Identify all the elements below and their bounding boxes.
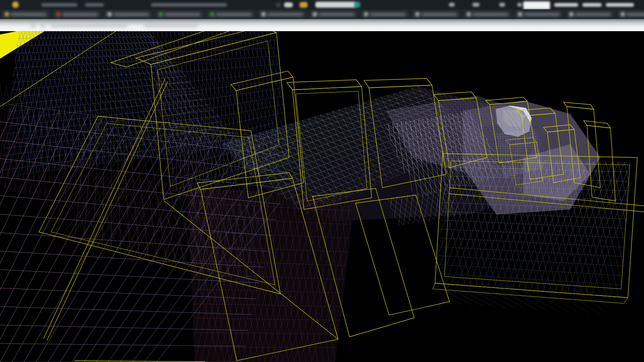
- tab-favicon-icon: [262, 12, 265, 16]
- tab-title-blob: [627, 13, 644, 16]
- app-logo-icon[interactable]: [12, 1, 19, 8]
- status-icon[interactable]: [517, 3, 522, 7]
- tab-favicon-blob: [40, 24, 45, 28]
- status-icon[interactable]: [499, 3, 505, 7]
- tab-title-blob: [268, 13, 303, 16]
- status-icon[interactable]: [284, 2, 293, 7]
- browser-tab[interactable]: [156, 11, 203, 18]
- browser-tab[interactable]: [516, 11, 562, 18]
- tab-favicon-icon: [5, 12, 9, 16]
- browser-tab-strip: [0, 9, 644, 19]
- status-icon[interactable]: [449, 3, 455, 7]
- browser-tab[interactable]: [362, 11, 408, 18]
- scene-canvas[interactable]: [0, 31, 644, 362]
- tab-favicon-icon: [108, 12, 111, 16]
- menu-pill[interactable]: [315, 2, 360, 8]
- wireframe-mesh-mesh-right-tail: [414, 281, 644, 321]
- browser-tab[interactable]: [464, 11, 511, 18]
- browser-tab[interactable]: [208, 11, 254, 18]
- tab-favicon-icon: [313, 12, 317, 16]
- browser-tab[interactable]: [310, 11, 357, 18]
- browser-tab[interactable]: [259, 11, 306, 18]
- tab-favicon-icon: [467, 12, 471, 16]
- tab-strip-items: [0, 9, 644, 19]
- tab-title-blob: [319, 13, 354, 16]
- tab-favicon-icon: [518, 12, 522, 16]
- tab-title-blob: [11, 13, 46, 16]
- toolbar-content: [0, 19, 644, 31]
- menu-white-box[interactable]: [523, 1, 550, 9]
- tab-favicon-icon: [416, 12, 419, 16]
- clock-blob: [582, 3, 602, 7]
- status-icon[interactable]: [276, 2, 281, 7]
- tab-title-blob: [62, 13, 98, 16]
- viewport-3d[interactable]: [0, 31, 644, 362]
- tab-title-blob: [370, 13, 406, 16]
- browser-tab[interactable]: [618, 11, 644, 18]
- browser-tab[interactable]: [105, 11, 152, 18]
- menu-bar: [0, 0, 644, 9]
- tab-favicon-icon: [621, 12, 625, 16]
- menu-item-blob[interactable]: [85, 3, 104, 7]
- tab-title-blob: [165, 13, 200, 16]
- tab-favicon-icon: [570, 12, 573, 16]
- browser-tab[interactable]: [567, 11, 613, 18]
- tab-title-blob: [216, 13, 252, 16]
- tab-favicon-icon: [364, 12, 368, 16]
- tab-favicon-icon: [210, 12, 214, 16]
- tab-title-blob: [576, 13, 611, 16]
- status-icon[interactable]: [472, 3, 480, 7]
- browser-toolbar[interactable]: [0, 19, 644, 31]
- tab-favicon-icon: [159, 12, 163, 16]
- toolbar-blob: [144, 24, 198, 27]
- tab-title-blob: [524, 13, 559, 16]
- menu-item-blob[interactable]: [151, 3, 227, 7]
- clock-blob: [606, 3, 634, 7]
- wireframe-mesh-fan-pink-overlay: [0, 80, 117, 209]
- clock-blob: [554, 3, 578, 7]
- tab-title-blob: [50, 24, 127, 27]
- tab-title-blob: [473, 13, 508, 16]
- menu-pill-accent: [354, 2, 360, 8]
- screen: [0, 0, 644, 362]
- menu-item-blob[interactable]: [41, 3, 77, 7]
- menu-bar-content: [0, 0, 644, 9]
- tab-favicon-icon: [56, 12, 60, 16]
- tab-title-blob: [422, 13, 457, 16]
- tab-title-blob: [114, 13, 149, 16]
- browser-tab[interactable]: [2, 11, 49, 18]
- browser-tab[interactable]: [413, 11, 460, 18]
- status-icon[interactable]: [300, 2, 308, 8]
- browser-tab[interactable]: [54, 11, 100, 18]
- back-button-blob[interactable]: [30, 24, 36, 28]
